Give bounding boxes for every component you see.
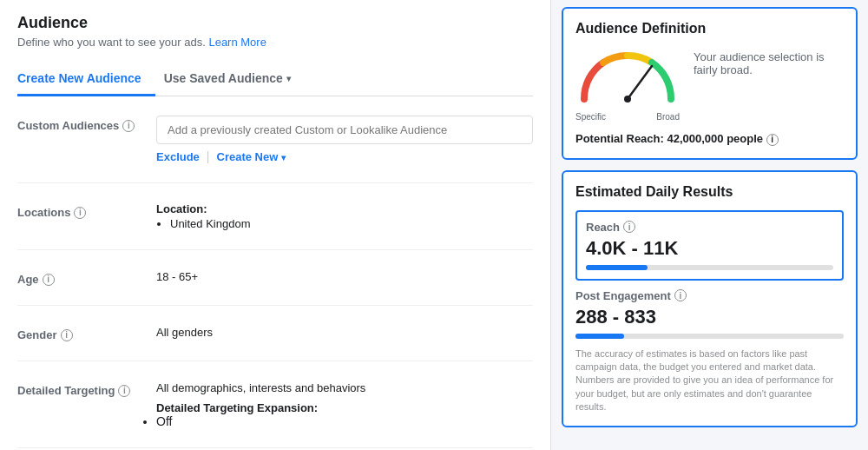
engagement-info-icon[interactable]: i	[674, 289, 687, 301]
engagement-bar	[575, 334, 844, 339]
custom-audiences-info-icon[interactable]: i	[122, 120, 135, 132]
svg-line-0	[628, 66, 652, 99]
reach-label: Reach i	[586, 221, 833, 234]
learn-more-link[interactable]: Learn More	[208, 36, 266, 49]
tabs: Create New Audience Use Saved Audience ▾	[17, 63, 533, 96]
reach-bar	[586, 265, 833, 270]
locations-info-icon[interactable]: i	[74, 207, 86, 219]
locations-label: Locations i	[17, 202, 156, 219]
locations-row: Locations i Location: United Kingdom	[17, 197, 533, 235]
reach-bar-fill	[586, 265, 648, 270]
tab-use-saved[interactable]: Use Saved Audience ▾	[155, 63, 305, 96]
gauge-wrapper: Specific Broad	[575, 47, 680, 122]
gauge-section: Specific Broad Your audience selection i…	[575, 47, 844, 122]
page-title: Audience	[17, 14, 533, 32]
gender-info-icon[interactable]: i	[61, 329, 73, 341]
right-panel: Audience Definition	[551, 0, 868, 450]
gender-content: All genders	[156, 325, 533, 339]
divider: |	[207, 149, 210, 163]
gauge-labels: Specific Broad	[575, 112, 680, 122]
custom-audiences-label: Custom Audiences i	[17, 116, 156, 132]
detailed-targeting-label: Detailed Targeting i	[17, 381, 156, 397]
detailed-targeting-section: Detailed Targeting i All demographics, i…	[17, 361, 533, 448]
create-new-button[interactable]: Create New ▾	[217, 150, 286, 163]
gender-label: Gender i	[17, 325, 156, 341]
estimated-daily-title: Estimated Daily Results	[575, 184, 844, 200]
left-panel: Audience Define who you want to see your…	[0, 0, 551, 450]
input-actions: Exclude | Create New ▾	[156, 149, 533, 163]
chevron-down-icon-create: ▾	[281, 153, 286, 162]
estimated-daily-card: Estimated Daily Results Reach i 4.0K - 1…	[562, 170, 858, 428]
potential-reach-info-icon[interactable]: i	[766, 134, 779, 146]
potential-reach: Potential Reach: 42,000,000 people i	[575, 132, 844, 146]
age-info-icon[interactable]: i	[43, 274, 55, 286]
gauge-svg	[575, 47, 680, 108]
reach-card: Reach i 4.0K - 11K	[575, 210, 844, 281]
custom-audiences-input[interactable]	[156, 116, 533, 144]
gender-section: Gender i All genders	[17, 306, 533, 361]
targeting-expansion: Detailed Targeting Expansion: Off	[156, 401, 533, 428]
exclude-button[interactable]: Exclude	[156, 150, 200, 163]
custom-audiences-section: Custom Audiences i Exclude | Create New …	[17, 96, 533, 183]
svg-point-1	[624, 96, 631, 103]
locations-content: Location: United Kingdom	[156, 202, 533, 230]
detailed-targeting-row: Detailed Targeting i All demographics, i…	[17, 375, 533, 433]
audience-definition-card: Audience Definition	[562, 7, 858, 160]
custom-audiences-content: Exclude | Create New ▾	[156, 116, 533, 163]
age-content: 18 - 65+	[156, 269, 533, 283]
custom-audiences-row: Custom Audiences i Exclude | Create New …	[17, 110, 533, 169]
engagement-bar-fill	[575, 334, 624, 339]
engagement-value: 288 - 833	[575, 306, 844, 328]
chevron-down-icon: ▾	[286, 74, 291, 83]
reach-info-icon[interactable]: i	[623, 221, 635, 233]
disclaimer: The accuracy of estimates is based on fa…	[575, 347, 844, 414]
engagement-label: Post Engagement i	[575, 289, 844, 302]
location-item: United Kingdom	[170, 217, 533, 230]
page-subtitle: Define who you want to see your ads. Lea…	[17, 36, 533, 49]
age-row: Age i 18 - 65+	[17, 264, 533, 291]
detailed-targeting-info-icon[interactable]: i	[118, 385, 130, 397]
age-section: Age i 18 - 65+	[17, 250, 533, 306]
detailed-targeting-content: All demographics, interests and behavior…	[156, 381, 533, 428]
gender-row: Gender i All genders	[17, 320, 533, 347]
gauge-description: Your audience selection is fairly broad.	[694, 47, 844, 76]
locations-section: Locations i Location: United Kingdom	[17, 183, 533, 250]
reach-value: 4.0K - 11K	[586, 237, 833, 260]
age-label: Age i	[17, 269, 156, 286]
engagement-section: Post Engagement i 288 - 833	[575, 289, 844, 339]
tab-create-new[interactable]: Create New Audience	[17, 63, 155, 96]
audience-definition-title: Audience Definition	[575, 21, 844, 36]
